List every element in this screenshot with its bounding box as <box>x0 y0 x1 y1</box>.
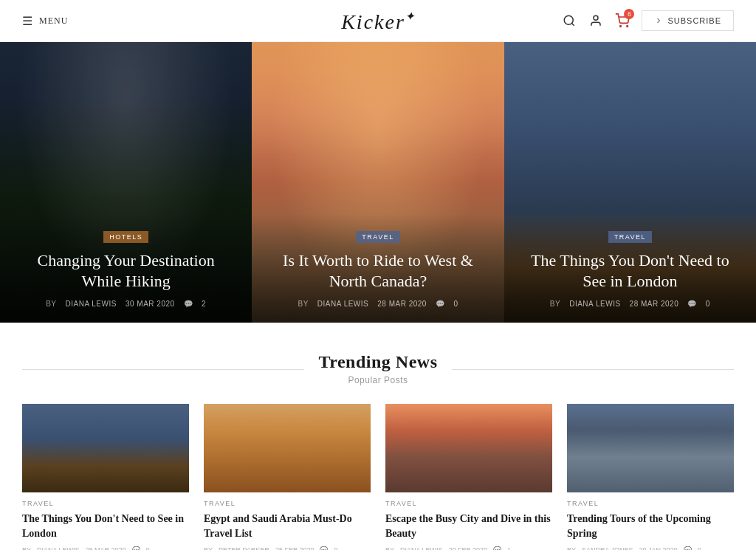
hero-card-1-author: DIANA LEWIS <box>66 300 117 308</box>
trending-card-1[interactable]: TRAVEL The Things You Don't Need to See … <box>22 404 189 550</box>
hero-card-2-author: DIANA LEWIS <box>317 300 368 308</box>
subscribe-button[interactable]: SUBSCRIBE <box>642 10 734 31</box>
trending-card-2-category: TRAVEL <box>204 500 371 507</box>
trending-card-3-title: Escape the Busy City and Dive in this Be… <box>385 512 552 540</box>
trending-card-1-date: 28 MAR 2020 <box>86 546 126 550</box>
trending-img-1 <box>22 404 189 492</box>
trending-img-3 <box>385 404 552 492</box>
hero-card-3[interactable]: TRAVEL The Things You Don't Need to See … <box>504 42 756 323</box>
hero-grid: HOTELS Changing Your Destination While H… <box>0 42 756 323</box>
trending-card-4-author: SANDRA JONES <box>582 546 633 550</box>
hero-card-3-comments: 0 <box>706 300 710 308</box>
trending-subtitle: Popular Posts <box>319 375 438 385</box>
hero-card-3-category: TRAVEL <box>608 231 652 243</box>
logo-text: Kicker <box>341 10 405 33</box>
hero-card-1-meta: BY DIANA LEWIS 30 MAR 2020 💬 2 <box>18 300 234 308</box>
hamburger-icon: ☰ <box>22 14 33 28</box>
hero-card-2-comments: 0 <box>453 300 458 308</box>
header-actions: 6 SUBSCRIBE <box>562 10 734 31</box>
svg-point-3 <box>620 26 622 27</box>
search-icon[interactable] <box>562 13 577 28</box>
trending-card-2[interactable]: TRAVEL Egypt and Saudi Arabia Must-Do Tr… <box>204 404 371 550</box>
hero-card-3-author: DIANA LEWIS <box>569 300 620 308</box>
menu-button[interactable]: ☰ MENU <box>22 14 68 28</box>
trending-card-4-date: 20 JAN 2020 <box>639 546 678 550</box>
trending-section: Trending News Popular Posts TRAVEL The T… <box>0 323 756 550</box>
hero-card-2-title: Is It Worth to Ride to West & North Cana… <box>269 250 486 292</box>
hero-card-3-title: The Things You Don't Need to See in Lond… <box>522 250 738 292</box>
trending-card-2-title: Egypt and Saudi Arabia Must-Do Travel Li… <box>204 512 371 540</box>
trending-card-3-date: 20 FEB 2020 <box>449 546 488 550</box>
trending-card-1-author: DIANA LEWIS <box>37 546 80 550</box>
trending-card-4[interactable]: TRAVEL Trending Tours of the Upcoming Sp… <box>567 404 734 550</box>
cart-badge: 6 <box>624 9 634 19</box>
trending-card-1-title: The Things You Don't Need to See in Lond… <box>22 512 189 540</box>
trending-card-3-meta: BY DIANA LEWIS 20 FEB 2020 💬 1 <box>385 546 552 550</box>
hero-card-1-category: HOTELS <box>103 231 148 243</box>
subscribe-label: SUBSCRIBE <box>667 16 721 25</box>
hero-card-3-overlay: TRAVEL The Things You Don't Need to See … <box>504 214 756 323</box>
trending-card-2-author: PETER PARKER <box>219 546 269 550</box>
trending-card-4-meta: BY SANDRA JONES 20 JAN 2020 💬 0 <box>567 546 734 550</box>
trending-card-3-author: DIANA LEWIS <box>400 546 443 550</box>
trending-card-4-category: TRAVEL <box>567 500 734 507</box>
trending-img-2 <box>204 404 371 492</box>
trending-card-1-meta: BY DIANA LEWIS 28 MAR 2020 💬 0 <box>22 546 189 550</box>
hero-card-2-category: TRAVEL <box>356 231 399 243</box>
trending-header: Trending News Popular Posts <box>22 352 734 386</box>
svg-point-2 <box>594 16 598 20</box>
trending-card-3-comments: 1 <box>507 546 511 550</box>
trending-title: Trending News <box>319 352 438 372</box>
trending-grid: TRAVEL The Things You Don't Need to See … <box>22 404 734 550</box>
hero-card-2[interactable]: TRAVEL Is It Worth to Ride to West & Nor… <box>252 42 504 323</box>
trending-card-2-meta: BY PETER PARKER 25 FEB 2020 💬 0 <box>204 546 371 550</box>
header: ☰ MENU Kicker✦ 6 SUBSCRIBE <box>0 0 756 42</box>
svg-point-4 <box>627 26 628 27</box>
hero-card-2-date: 28 MAR 2020 <box>377 300 427 308</box>
hero-card-1[interactable]: HOTELS Changing Your Destination While H… <box>0 42 252 323</box>
trending-card-3[interactable]: TRAVEL Escape the Busy City and Dive in … <box>385 404 552 550</box>
menu-label: MENU <box>39 16 68 27</box>
trending-card-2-comments: 0 <box>334 546 337 550</box>
hero-card-1-date: 30 MAR 2020 <box>126 300 175 308</box>
trending-card-1-comments: 0 <box>146 546 150 550</box>
hero-card-1-overlay: HOTELS Changing Your Destination While H… <box>0 214 252 323</box>
hero-card-2-overlay: TRAVEL Is It Worth to Ride to West & Nor… <box>252 214 504 323</box>
logo[interactable]: Kicker✦ <box>341 7 415 35</box>
hero-card-2-meta: BY DIANA LEWIS 28 MAR 2020 💬 0 <box>269 300 486 308</box>
trending-card-2-date: 25 FEB 2020 <box>275 546 315 550</box>
hero-card-1-comments: 2 <box>202 300 206 308</box>
hero-card-1-title: Changing Your Destination While Hiking <box>18 250 234 292</box>
trending-card-4-title: Trending Tours of the Upcoming Spring <box>567 512 734 540</box>
svg-point-0 <box>565 16 574 24</box>
trending-card-3-category: TRAVEL <box>385 500 552 507</box>
cart-icon[interactable]: 6 <box>615 13 630 28</box>
hero-card-3-date: 28 MAR 2020 <box>630 300 679 308</box>
trending-card-1-category: TRAVEL <box>22 500 189 507</box>
hero-card-3-meta: BY DIANA LEWIS 28 MAR 2020 💬 0 <box>522 300 738 308</box>
svg-line-1 <box>572 23 574 25</box>
trending-img-4 <box>567 404 734 492</box>
user-icon[interactable] <box>588 13 603 28</box>
trending-card-4-comments: 0 <box>698 546 701 550</box>
